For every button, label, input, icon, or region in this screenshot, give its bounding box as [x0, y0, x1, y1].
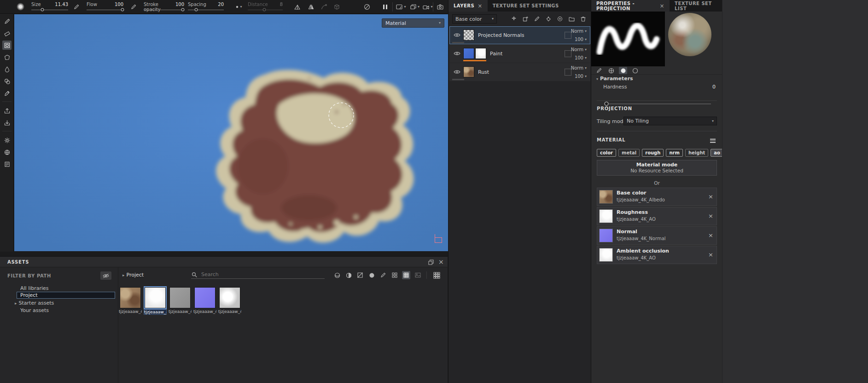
subtab-brush-icon[interactable] [595, 67, 603, 74]
spacing-mode-icon[interactable] [235, 4, 243, 10]
layer-blend-mode-dropdown[interactable]: Norm [571, 47, 587, 52]
channel-toggle-rough[interactable]: rough [642, 149, 664, 157]
flow-slider[interactable] [87, 8, 123, 12]
channel-toggle-height[interactable]: height [685, 149, 708, 157]
filter-textures-icon[interactable] [402, 271, 410, 279]
lazy-mouse-icon[interactable] [320, 3, 328, 11]
viewport-mode-icon[interactable] [395, 3, 407, 11]
material-sphere-preview[interactable] [668, 13, 711, 56]
asset-thumb-label[interactable]: tjzjeaaaw_4... [119, 309, 142, 314]
spacing-slider[interactable] [188, 8, 224, 12]
viewport-shading-dropdown[interactable]: Material [382, 18, 444, 28]
close-layers-tab[interactable]: × [478, 3, 483, 9]
add-fill-layer-icon[interactable] [544, 15, 553, 23]
channel-toggle-metal[interactable]: metal [618, 149, 640, 157]
stroke-opacity-value[interactable]: 100 [175, 2, 184, 8]
breadcrumb-project[interactable]: Project [122, 272, 144, 278]
brush-alpha-preview[interactable] [591, 12, 665, 66]
resource-row-normal[interactable]: Normal tjzjeaaaw_4K_Normal × [597, 226, 717, 245]
asset-thumb-label[interactable]: tjzjeaaaw_4... [193, 309, 216, 314]
layer-visibility-eye-icon[interactable] [453, 32, 460, 38]
filter-materials-icon[interactable] [333, 271, 341, 279]
channel-toggle-color[interactable]: color [597, 149, 616, 157]
hardness-value[interactable]: 0 [712, 84, 716, 90]
resource-thumbnail[interactable] [599, 190, 613, 204]
tiling-mode-dropdown[interactable]: No Tiling [623, 117, 717, 125]
layer-opacity-dropdown[interactable]: 100 [575, 55, 587, 60]
stroke-opacity-slider[interactable] [144, 8, 184, 12]
filter-environments-icon[interactable] [414, 271, 422, 279]
size-pressure-pen-icon[interactable] [73, 3, 80, 11]
display-settings-icon[interactable] [2, 136, 12, 145]
tree-item-all-libraries[interactable]: All libraries [20, 285, 49, 291]
asset-thumb-white[interactable] [145, 287, 166, 308]
clone-tool-icon[interactable] [2, 77, 12, 86]
tab-texture-set-list[interactable]: TEXTURE SET LIST [670, 0, 722, 12]
layer-blend-mode-dropdown[interactable]: Norm [571, 29, 587, 34]
layer-opacity-dropdown[interactable]: 100 [575, 74, 587, 79]
add-folder-icon[interactable] [567, 15, 576, 23]
filter-brushes-icon[interactable] [379, 271, 387, 279]
remove-resource-button[interactable]: × [708, 193, 713, 200]
render-layers-icon[interactable] [409, 3, 421, 11]
resource-row-base-color[interactable]: Base color tjzjeaaaw_4K_Albedo × [597, 188, 717, 206]
add-paint-layer-icon[interactable] [533, 15, 541, 23]
close-properties-tab[interactable]: × [660, 3, 665, 9]
grid-view-icon[interactable] [432, 271, 441, 280]
brush-alignment-icon[interactable] [293, 3, 301, 11]
resource-thumbnail[interactable] [599, 229, 613, 242]
no-stencil-icon[interactable] [363, 3, 371, 11]
hide-filter-eye-icon[interactable] [100, 271, 111, 280]
tab-texture-set-settings[interactable]: TEXTURE SET SETTINGS [488, 0, 564, 12]
asset-thumb-light[interactable] [219, 287, 240, 308]
layer-thumbnail[interactable] [463, 66, 474, 77]
paint-tool-icon[interactable] [2, 17, 12, 26]
layer-thumbnail[interactable] [463, 48, 474, 59]
polygon-fill-tool-icon[interactable] [2, 53, 12, 62]
layer-row-paint[interactable]: Paint Norm 100 [449, 45, 590, 63]
tree-item-your-assets[interactable]: Your assets [20, 307, 49, 313]
viewport-3d[interactable]: Material [14, 14, 448, 251]
subtab-alpha-icon[interactable] [607, 67, 615, 74]
screenshot-camera-icon[interactable] [436, 3, 445, 11]
pause-baking-button[interactable] [380, 3, 390, 11]
asset-thumb-label[interactable]: tjzjeaaaw_4... [169, 309, 192, 314]
smudge-tool-icon[interactable] [2, 65, 12, 74]
brush-tip-preview-icon[interactable] [17, 3, 24, 11]
remove-resource-button[interactable]: × [708, 232, 713, 239]
symmetry-icon[interactable] [307, 3, 315, 11]
add-effect-icon[interactable] [510, 15, 518, 23]
subtab-material-icon[interactable] [619, 67, 627, 74]
filter-alphas-icon[interactable] [390, 271, 399, 279]
material-mode-box[interactable]: Material mode No Resource Selected [597, 160, 717, 176]
resource-thumbnail[interactable] [599, 248, 613, 262]
search-input[interactable] [200, 271, 325, 278]
resource-row-roughness[interactable]: Roughness tjzjeaaaw_4K_AO × [597, 207, 717, 225]
layer-name[interactable]: Projected Normals [478, 32, 524, 38]
shader-settings-icon[interactable] [2, 147, 12, 157]
subtab-stencil-icon[interactable] [631, 67, 639, 74]
tab-layers[interactable]: LAYERS × [449, 0, 488, 12]
layer-name[interactable]: Paint [490, 51, 502, 57]
layer-thumbnail[interactable] [463, 29, 474, 41]
parameters-section-header[interactable]: Parameters [595, 76, 633, 82]
export-textures-icon[interactable] [2, 106, 12, 115]
tree-item-project[interactable]: Project [20, 292, 38, 298]
material-picker-tool-icon[interactable] [2, 88, 12, 98]
history-icon[interactable] [2, 159, 12, 169]
delete-layer-icon[interactable] [579, 15, 587, 23]
add-mask-icon[interactable] [521, 15, 530, 23]
remove-resource-button[interactable]: × [708, 212, 713, 219]
material-menu-icon[interactable] [710, 138, 716, 144]
flow-value[interactable]: 100 [115, 2, 123, 8]
tree-item-starter-assets[interactable]: Starter assets [15, 300, 54, 306]
layer-name[interactable]: Rust [478, 69, 489, 75]
layer-blend-mode-dropdown[interactable]: Norm [571, 65, 587, 71]
hardness-slider[interactable] [604, 102, 711, 106]
eraser-tool-icon[interactable] [2, 29, 12, 38]
projection-tool-icon[interactable] [2, 41, 12, 50]
layer-opacity-dropdown[interactable]: 100 [575, 37, 587, 42]
flow-pressure-pen-icon[interactable] [130, 3, 137, 11]
resource-row-ambient-occlusion[interactable]: Ambient occlusion tjzjeaaaw_4K_AO × [597, 246, 717, 264]
tab-properties-projection[interactable]: PROPERTIES - PROJECTION × [591, 0, 670, 12]
